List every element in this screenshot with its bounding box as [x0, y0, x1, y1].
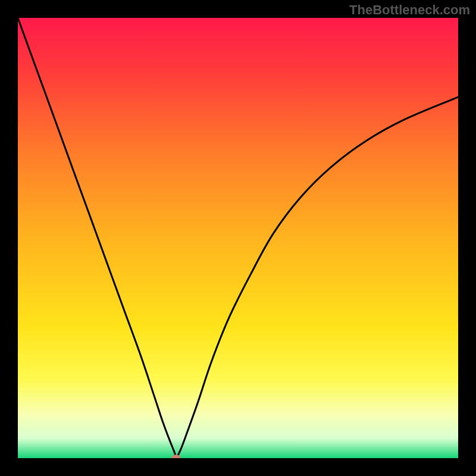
plot-area — [18, 18, 458, 458]
bottleneck-curve — [18, 18, 458, 458]
curve-layer — [18, 18, 458, 458]
watermark-label: TheBottleneck.com — [349, 2, 470, 18]
chart-frame: TheBottleneck.com — [0, 0, 476, 476]
optimum-marker — [171, 455, 181, 458]
